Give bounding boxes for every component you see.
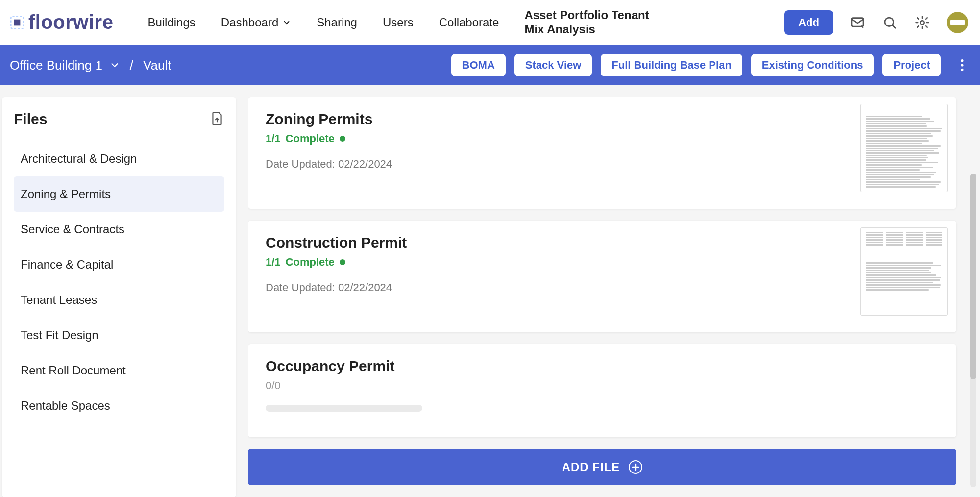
file-thumbnail [860,227,948,316]
file-card-status-label: Complete [286,132,335,145]
main-area: Files Architectural & DesignZoning & Per… [0,85,980,497]
svg-point-4 [920,21,924,25]
nav-dashboard[interactable]: Dashboard [221,16,291,29]
upload-file-icon[interactable] [211,111,224,127]
file-card-body: Zoning Permits1/1CompleteDate Updated: 0… [266,111,392,171]
nav-collaborate[interactable]: Collaborate [439,16,499,29]
file-card[interactable]: Occupancy Permit0/0 [248,344,956,437]
sidebar-item-architectural-design[interactable]: Architectural & Design [14,141,224,176]
file-card-title: Construction Permit [266,234,407,251]
status-dot-icon [340,136,345,142]
file-card-title: Occupancy Permit [266,358,422,374]
svg-point-5 [961,59,963,62]
chevron-down-icon[interactable] [109,60,120,71]
file-thumbnail: — [860,104,948,192]
sidebar-item-rent-roll-document[interactable]: Rent Roll Document [14,353,224,388]
pill-existing-conditions[interactable]: Existing Conditions [751,54,874,76]
logo-text: floorwire [28,11,113,33]
plus-circle-icon [629,460,642,474]
more-vertical-icon[interactable] [955,57,970,73]
file-card-updated: Date Updated: 02/22/2024 [266,281,407,294]
file-card-body: Construction Permit1/1CompleteDate Updat… [266,234,407,294]
nav-sharing[interactable]: Sharing [317,16,357,29]
nav-buildings[interactable]: Buildings [147,16,195,29]
add-file-label: ADD FILE [562,460,620,474]
sidebar-item-tenant-leases[interactable]: Tenant Leases [14,282,224,318]
breadcrumb-separator: / [130,58,133,73]
chevron-down-icon [282,18,291,27]
search-icon[interactable] [882,15,898,30]
file-card[interactable]: Zoning Permits1/1CompleteDate Updated: 0… [248,97,956,209]
file-card-updated: Date Updated: 02/22/2024 [266,158,392,171]
pill-full-base-plan[interactable]: Full Building Base Plan [601,54,742,76]
sidebar-item-service-contracts[interactable]: Service & Contracts [14,212,224,247]
file-card-status: 1/1Complete [266,256,407,269]
app-logo[interactable]: floorwire [9,11,113,33]
breadcrumb-section: Vault [143,58,171,73]
add-file-button[interactable]: ADD FILE [248,449,956,485]
status-dot-icon [340,259,345,265]
progress-bar-empty [266,405,422,412]
avatar[interactable] [947,12,968,33]
svg-rect-2 [852,18,863,26]
scrollbar[interactable] [970,174,976,487]
nav-users[interactable]: Users [383,16,414,29]
view-pills: BOMA Stack View Full Building Base Plan … [451,54,970,76]
svg-point-7 [961,69,963,71]
files-sidebar: Files Architectural & DesignZoning & Per… [2,97,236,497]
add-button[interactable]: Add [784,10,833,35]
pill-stack-view[interactable]: Stack View [514,54,592,76]
sidebar-item-rentable-spaces[interactable]: Rentable Spaces [14,388,224,423]
file-card-count: 0/0 [266,379,422,392]
sub-bar: Office Building 1 / Vault BOMA Stack Vie… [0,45,980,85]
file-card-body: Occupancy Permit0/0 [266,358,422,412]
sidebar-item-test-fit-design[interactable]: Test Fit Design [14,318,224,353]
file-card-status: 1/1Complete [266,132,392,145]
top-bar: floorwire Buildings Dashboard Sharing Us… [0,0,980,45]
file-card-title: Zoning Permits [266,111,392,127]
sidebar-item-finance-capital[interactable]: Finance & Capital [14,247,224,282]
sidebar-item-zoning-permits[interactable]: Zoning & Permits [14,176,224,212]
file-card-count: 1/1 [266,256,281,269]
pill-project[interactable]: Project [882,54,941,76]
main-nav: Buildings Dashboard Sharing Users Collab… [147,8,775,37]
sidebar-title: Files [14,111,47,127]
content-list: Zoning Permits1/1CompleteDate Updated: 0… [248,97,971,497]
svg-rect-1 [14,19,21,25]
gear-icon[interactable] [914,15,930,30]
mail-icon[interactable] [850,15,865,30]
pill-boma[interactable]: BOMA [451,54,506,76]
breadcrumb: Office Building 1 / Vault [10,58,451,73]
svg-point-6 [961,64,963,66]
file-card-status-label: Complete [286,256,335,269]
scrollbar-thumb[interactable] [970,174,976,379]
top-actions: Add [784,10,968,35]
nav-dashboard-label: Dashboard [221,16,278,29]
file-card-count: 1/1 [266,132,281,145]
breadcrumb-building[interactable]: Office Building 1 [10,58,102,73]
file-card[interactable]: Construction Permit1/1CompleteDate Updat… [248,221,956,332]
page-heading: Asset Portfolio Tenant Mix Analysis [524,8,671,37]
logo-icon [9,14,25,31]
